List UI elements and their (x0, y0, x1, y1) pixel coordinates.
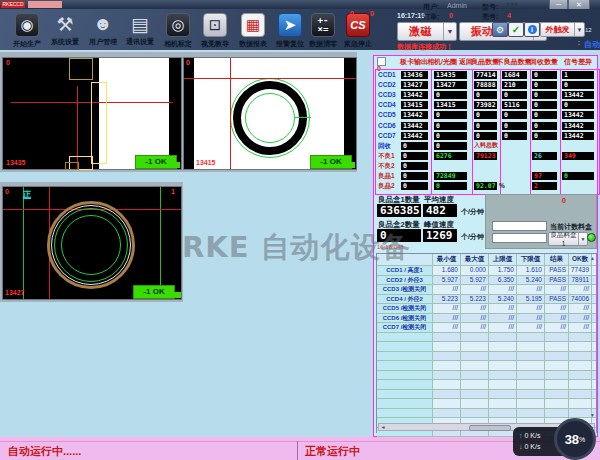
measure-cell: /// (461, 323, 489, 332)
measure-cell: PASS (545, 295, 569, 304)
reel-icon: ◉ (15, 13, 39, 37)
toolbar-item-tools[interactable]: ⚒系统设置 (45, 13, 85, 47)
chevron-down-icon[interactable]: ▼ (443, 23, 456, 40)
percent-value: 38 (565, 432, 579, 447)
stat-value: 2 (532, 182, 557, 190)
toolbar-item-monitor[interactable]: ⊡视觉教导 (195, 13, 235, 49)
table-row: CCD3 /检测关闭////////////////// (377, 285, 596, 295)
model-label: 型号: (482, 2, 498, 12)
row-label-CCD3: CCD3 (378, 91, 396, 98)
toolbar-item-report[interactable]: ▦数据报表 (233, 13, 273, 49)
scroll-thumb[interactable] (469, 425, 511, 431)
measure-cell (489, 390, 517, 399)
monitor-icon: ⊡ (203, 13, 227, 37)
status-right: 正常运行中 (305, 444, 360, 459)
measure-cell (569, 371, 592, 380)
percent-badge[interactable]: 38% (554, 418, 596, 460)
measure-cell (489, 352, 517, 361)
column-header: 回收数量 (530, 57, 558, 67)
user-value: Admin (447, 2, 467, 9)
measure-cell (461, 352, 489, 361)
measure-header-row: 最小值最大值上限值下限值结果OK数 (377, 254, 596, 266)
stat-value: 0 (502, 132, 527, 140)
stat-value: 0 (434, 182, 467, 190)
table-row (377, 361, 596, 371)
measure-cell: /// (461, 314, 489, 323)
scroll-up-icon[interactable]: ▲ (589, 255, 596, 262)
measure-header: 结果 (545, 254, 569, 265)
settings-gear-button[interactable]: ⚙ (492, 22, 508, 37)
confirm-button[interactable]: ✓ (508, 22, 524, 37)
measure-cell (461, 342, 489, 351)
shell-label: 壳号: (482, 12, 498, 22)
stat-value: 0 (532, 101, 557, 109)
gear-icon: ⚙ (496, 25, 504, 35)
roi-box (91, 82, 107, 164)
monitor-label: 视觉教导 (195, 39, 235, 49)
measure-cell: /// (433, 285, 461, 294)
measure-cell: /// (489, 323, 517, 332)
stat-value: 13415 (401, 101, 428, 109)
stat-value: 0 (434, 122, 467, 130)
measure-header: 上限值 (489, 254, 517, 265)
measure-cell: CCD4 / 外径2 (377, 295, 433, 304)
mask-bar (184, 58, 194, 169)
measure-cell (545, 399, 569, 408)
stat-value: 13442 (562, 132, 594, 140)
stat-value: 0 (401, 162, 428, 170)
measure-cell (461, 333, 489, 342)
chevron-down-icon[interactable]: ▼ (578, 233, 587, 245)
measure-cell: CCD3 /检测关闭 (377, 285, 433, 294)
tray-dropdown[interactable]: 良品料盒1 ▼ (548, 232, 588, 246)
toolbar-item-camera[interactable]: ◎相机标定 (158, 13, 198, 49)
measure-header: 最小值 (433, 254, 461, 265)
tray-input-2[interactable] (492, 233, 547, 243)
stat-value: 13442 (401, 132, 428, 140)
measure-cell: 5.223 (433, 295, 461, 304)
measure-cell (489, 399, 517, 408)
measure-header: 下限值 (517, 254, 545, 265)
stat-value: 13442 (401, 122, 428, 130)
measure-cell: 0.000 (461, 266, 489, 275)
measure-cell: /// (517, 314, 545, 323)
toolbar-item-reel[interactable]: ◉开始生产 (7, 13, 47, 49)
measure-cell (545, 342, 569, 351)
column-header: 不良品数量 (497, 57, 532, 67)
info-button[interactable]: i (524, 22, 540, 37)
camera-view-1[interactable]: 0 13435 -1 OK (2, 57, 182, 170)
toolbar-item-emergency-stop[interactable]: CS紧急停止 (338, 13, 378, 49)
toolbar-item-users[interactable]: ☻用户管理 (83, 13, 123, 47)
measure-cell (433, 380, 461, 389)
measure-cell: CCD7 /检测关闭 (377, 323, 433, 332)
stat-value: 0 (502, 111, 527, 119)
detect-tick (295, 117, 311, 118)
camera-view-3[interactable]: 正 0 1 13427 -1 OK (2, 186, 182, 300)
camera-view-2[interactable]: 0 13415 -1 OK (183, 57, 357, 170)
demagnetize-dropdown[interactable]: 激磁 ▼ (397, 22, 457, 41)
measure-cell (569, 342, 592, 351)
row-label-不良2: 不良2 (378, 162, 395, 171)
toolbar-item-calculator[interactable]: +- ×=数据清零 (303, 13, 343, 49)
measure-cell (569, 380, 592, 389)
stat-value: 0 (434, 91, 467, 99)
report-label: 数据报表 (233, 39, 273, 49)
mode-indicator: 自动 (584, 39, 600, 50)
part-silhouette (99, 58, 169, 169)
measure-cell: PASS (545, 276, 569, 285)
stat-value: 210 (502, 81, 527, 89)
scroll-left-icon[interactable]: ◄ (379, 424, 387, 430)
scroll-down-icon[interactable]: ▼ (589, 412, 596, 419)
trigger-mode-dropdown[interactable]: 外触发 ▼ (540, 22, 585, 37)
chevron-down-icon[interactable]: ▼ (574, 23, 584, 36)
stat-value: 0 (474, 91, 497, 99)
measure-cell (569, 361, 592, 370)
measure-cell (377, 399, 433, 408)
stat-value: 0 (532, 132, 557, 140)
camera-index: 0 (6, 59, 10, 66)
table-row: CCD4 / 外径25.2235.2235.2405.195PASS74006 (377, 295, 596, 305)
tools-label: 系统设置 (45, 37, 85, 47)
tray-input-1[interactable] (492, 221, 547, 231)
shell-value: 4 (507, 12, 511, 19)
toolbar-item-server[interactable]: ▤通讯设置 (120, 13, 160, 47)
title-badge-secondary (28, 1, 62, 8)
